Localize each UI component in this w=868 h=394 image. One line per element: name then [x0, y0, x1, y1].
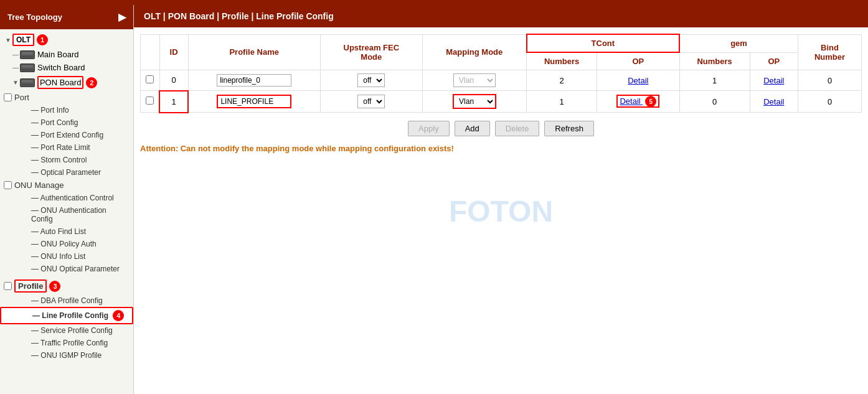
row1-tcont-op-cell: Detail 5	[597, 91, 679, 113]
main-content: OLT | PON Board | Profile | Line Profile…	[134, 5, 868, 394]
row1-profile-name-input[interactable]	[217, 95, 291, 108]
onu-manage-checkbox[interactable]	[4, 181, 12, 189]
profile-checkbox[interactable]	[4, 282, 12, 290]
attention-text-body: Can not modify the mapping mode while ma…	[181, 144, 454, 153]
nav-onu-optical-param[interactable]: — ONU Optical Parameter	[0, 263, 133, 275]
nav-onu-policy-auth[interactable]: — ONU Policy Auth	[0, 238, 133, 250]
sidebar-item-main-board[interactable]: — Main Board	[0, 48, 133, 61]
watermark: FOTON	[449, 194, 553, 228]
port-label: Port	[14, 93, 29, 102]
row1-fec-cell: off on	[320, 91, 422, 113]
row0-gem-op-cell: Detail	[750, 70, 798, 91]
nav-auto-find-list[interactable]: — Auto Find List	[0, 225, 133, 238]
sidebar-section-profile[interactable]: Profile 3	[0, 278, 133, 294]
sidebar-item-pon-board[interactable]: ▼ PON Board 2	[0, 74, 133, 91]
nav-port-config[interactable]: — Port Config	[0, 116, 133, 129]
pon-board-icon	[20, 78, 35, 87]
row1-mapping-select[interactable]: Vlan GEM Priority	[453, 94, 496, 109]
row1-fec-select[interactable]: off on	[357, 95, 385, 108]
refresh-button[interactable]: Refresh	[544, 121, 594, 136]
nav-optical-parameter[interactable]: — Optical Parameter	[0, 166, 133, 179]
sidebar-header: Tree Topology ▶	[0, 5, 133, 29]
row0-bind-number: 0	[798, 70, 862, 91]
row0-profile-name-cell	[188, 70, 320, 91]
olt-label: OLT	[12, 34, 34, 46]
nav-traffic-profile-config[interactable]: — Traffic Profile Config	[0, 337, 133, 349]
row1-profile-name-cell	[188, 91, 320, 113]
row0-tcont-op-cell: Detail	[597, 70, 679, 91]
profile-badge: 3	[49, 281, 60, 292]
row0-mapping-cell: Vlan GEM Priority	[422, 70, 526, 91]
th-id: ID	[159, 34, 188, 70]
row1-checkbox[interactable]	[146, 96, 154, 105]
row1-gem-detail-link[interactable]: Detail	[763, 97, 784, 106]
th-tcont: TCont	[527, 34, 679, 52]
row0-mapping-select[interactable]: Vlan GEM Priority	[453, 73, 496, 87]
sidebar-section-onu-manage[interactable]: ONU Manage	[0, 179, 133, 192]
row0-fec-select[interactable]: off on	[357, 73, 385, 87]
nav-onu-igmp-profile[interactable]: — ONU IGMP Profile	[0, 349, 133, 362]
sidebar-item-olt[interactable]: ▼ OLT 1	[0, 32, 133, 48]
nav-port-rate-limit[interactable]: — Port Rate Limit	[0, 141, 133, 154]
nav-authentication-control[interactable]: — Authentication Control	[0, 192, 133, 204]
nav-port-extend-config[interactable]: — Port Extend Config	[0, 129, 133, 141]
sidebar-title: Tree Topology	[7, 12, 62, 22]
attention-message: Attention: Can not modify the mapping mo…	[140, 144, 862, 153]
onu-manage-label: ONU Manage	[14, 181, 64, 190]
th-gem-numbers: Numbers	[679, 52, 750, 70]
detail-badge-5: 5	[645, 96, 656, 107]
data-table: ID Profile Name Upstream FECMode Mapping…	[140, 34, 862, 113]
nav-port-info[interactable]: — Port Info	[0, 104, 133, 116]
sidebar: Tree Topology ▶ ▼ OLT 1 — Main Board — S…	[0, 5, 134, 394]
table-row: 0 off on Vlan	[141, 70, 862, 91]
line-profile-badge: 4	[113, 310, 124, 321]
nav-storm-control[interactable]: — Storm Control	[0, 154, 133, 166]
row1-bind-number: 0	[798, 91, 862, 113]
delete-button[interactable]: Delete	[495, 121, 540, 136]
table-row: 1 off on Vlan	[141, 91, 862, 113]
th-bind-number: BindNumber	[798, 34, 862, 70]
top-bar	[0, 0, 868, 5]
main-board-label: Main Board	[37, 50, 78, 59]
add-button[interactable]: Add	[455, 121, 490, 136]
port-checkbox[interactable]	[4, 93, 12, 101]
profile-label: Profile	[14, 279, 47, 293]
apply-button[interactable]: Apply	[408, 121, 450, 136]
switch-board-icon	[20, 63, 35, 72]
row1-gem-op-cell: Detail	[750, 91, 798, 113]
th-gem: gem	[679, 34, 798, 52]
sidebar-content: ▼ OLT 1 — Main Board — Switch Board ▼ PO…	[0, 29, 133, 394]
sidebar-section-port[interactable]: Port	[0, 91, 133, 104]
row1-id: 1	[159, 91, 188, 113]
button-row: Apply Add Delete Refresh	[140, 121, 862, 136]
th-tcont-numbers: Numbers	[527, 52, 597, 70]
nav-onu-auth-config[interactable]: — ONU Authentication Config	[0, 204, 133, 225]
row1-gem-numbers: 0	[679, 91, 750, 113]
row1-tcont-numbers: 1	[527, 91, 597, 113]
nav-line-profile-config[interactable]: — Line Profile Config 4	[0, 307, 133, 324]
row0-gem-detail-link[interactable]: Detail	[763, 76, 784, 85]
olt-badge: 1	[37, 34, 48, 45]
row0-fec-cell: off on	[320, 70, 422, 91]
th-gem-op: OP	[750, 52, 798, 70]
attention-label: Attention:	[140, 144, 178, 153]
th-checkbox	[141, 34, 160, 70]
nav-onu-info-list[interactable]: — ONU Info List	[0, 250, 133, 263]
nav-dba-profile-config[interactable]: — DBA Profile Config	[0, 294, 133, 307]
nav-service-profile-config[interactable]: — Service Profile Config	[0, 324, 133, 337]
row0-profile-name-input[interactable]	[217, 74, 291, 87]
row0-checkbox[interactable]	[146, 75, 154, 83]
switch-board-label: Switch Board	[37, 63, 85, 72]
sidebar-toggle[interactable]: ▶	[118, 11, 126, 23]
th-upstream-fec: Upstream FECMode	[320, 34, 422, 70]
sidebar-item-switch-board[interactable]: — Switch Board	[0, 61, 133, 74]
pon-board-label: PON Board	[37, 76, 83, 89]
row0-gem-numbers: 1	[679, 70, 750, 91]
row1-tcont-detail-link[interactable]: Detail 5	[616, 95, 659, 108]
row0-tcont-detail-link[interactable]: Detail	[628, 76, 648, 85]
th-tcont-op: OP	[597, 52, 679, 70]
content-area: FOTON ID Profile Name Upstream FECMode M…	[134, 27, 868, 394]
row0-tcont-numbers: 2	[527, 70, 597, 91]
main-board-icon	[20, 50, 35, 59]
row1-mapping-cell: Vlan GEM Priority	[422, 91, 526, 113]
